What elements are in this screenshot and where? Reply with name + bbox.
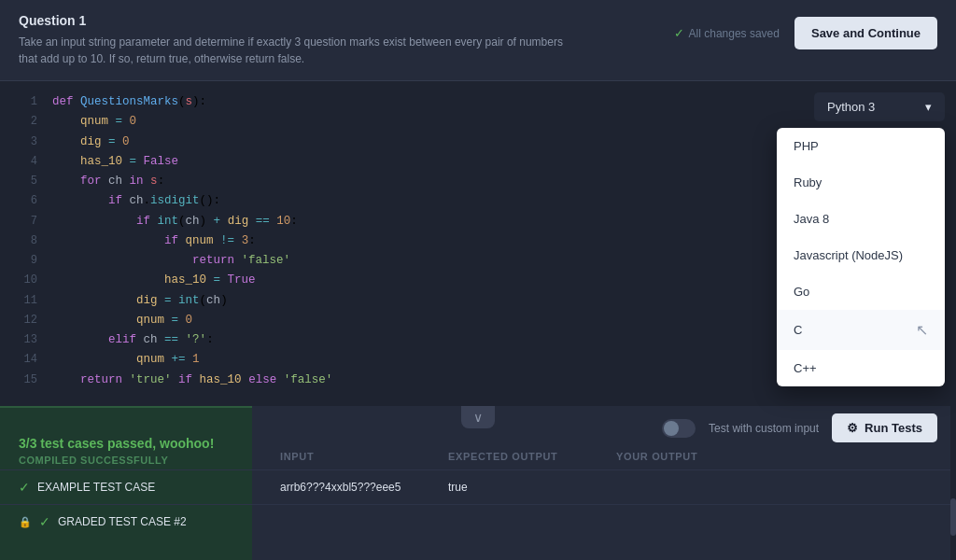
chevron-down-icon: ▾	[925, 100, 932, 114]
chevron-down-icon: ∨	[473, 410, 483, 425]
save-continue-button[interactable]: Save and Continue	[794, 17, 937, 49]
table-row: ✓ EXAMPLE TEST CASE arrb6???4xxbl5???eee…	[0, 469, 956, 504]
test-case-name-2: 🔒 ✓ GRADED TEST CASE #2	[11, 505, 273, 539]
col-header-name	[11, 447, 273, 466]
test-output-2	[609, 505, 777, 539]
question-title: Question 1	[19, 13, 579, 28]
test-input-2	[273, 505, 441, 539]
selected-language: Python 3	[827, 100, 875, 114]
toggle-knob	[664, 421, 679, 436]
header: Question 1 Take an input string paramete…	[0, 0, 956, 81]
language-dropdown-button[interactable]: Python 3 ▾	[814, 92, 945, 121]
test-case-name-1: ✓ EXAMPLE TEST CASE	[11, 470, 273, 504]
header-right: ✓ All changes saved Save and Continue	[674, 17, 937, 49]
test-expected-2	[441, 505, 609, 539]
lang-option-ruby[interactable]: Ruby	[777, 164, 945, 201]
language-dropdown-menu: PHP Ruby Java 8 Javascript (NodeJS) Go	[777, 128, 945, 386]
check-icon: ✓	[674, 26, 684, 40]
lock-icon: 🔒	[19, 516, 32, 528]
lang-option-php[interactable]: PHP	[777, 128, 945, 164]
test-output-1	[609, 470, 777, 504]
col-header-input: INPUT	[273, 447, 441, 466]
question-description: Take an input string parameter and deter…	[19, 34, 579, 67]
gear-icon: ⚙	[847, 421, 858, 435]
language-selector-area: Python 3 ▾ PHP Ruby Java 8 Javascript	[807, 81, 956, 121]
cursor-icon: ↖	[916, 321, 928, 339]
lang-option-cpp[interactable]: C++	[777, 350, 945, 386]
scrollbar-thumb[interactable]	[950, 498, 956, 536]
col-header-output: YOUR OUTPUT	[609, 447, 777, 466]
custom-test-label: Test with custom input	[709, 422, 819, 435]
header-left: Question 1 Take an input string paramete…	[19, 13, 579, 67]
pass-icon: ✓	[39, 514, 50, 529]
table-header: INPUT EXPECTED OUTPUT YOUR OUTPUT	[0, 447, 956, 466]
panel-controls: ∨	[461, 406, 495, 428]
collapse-panel-button[interactable]: ∨	[461, 406, 495, 428]
app-wrapper: Question 1 Take an input string paramete…	[0, 0, 956, 560]
panel-right-controls: Test with custom input ⚙ Run Tests	[662, 413, 937, 442]
custom-test-toggle[interactable]	[662, 419, 696, 438]
save-status: ✓ All changes saved	[674, 26, 780, 40]
lang-option-nodejs[interactable]: Javascript (NodeJS)	[777, 237, 945, 273]
col-header-expected: EXPECTED OUTPUT	[441, 447, 609, 466]
lang-option-go[interactable]: Go	[777, 273, 945, 310]
test-expected-1: true	[441, 470, 609, 504]
bottom-panel: 3/3 test cases passed, woohoo! COMPILED …	[0, 406, 956, 560]
test-input-1: arrb6???4xxbl5???eee5	[273, 470, 441, 504]
test-results-table: INPUT EXPECTED OUTPUT YOUR OUTPUT ✓ EXAM…	[0, 447, 956, 560]
pass-icon: ✓	[19, 480, 30, 495]
table-row: 🔒 ✓ GRADED TEST CASE #2	[0, 504, 956, 539]
lang-option-java8[interactable]: Java 8	[777, 201, 945, 237]
run-tests-button[interactable]: ⚙ Run Tests	[832, 413, 937, 442]
scrollbar-track[interactable]	[950, 406, 956, 560]
lang-option-c[interactable]: C ↖	[777, 310, 945, 350]
